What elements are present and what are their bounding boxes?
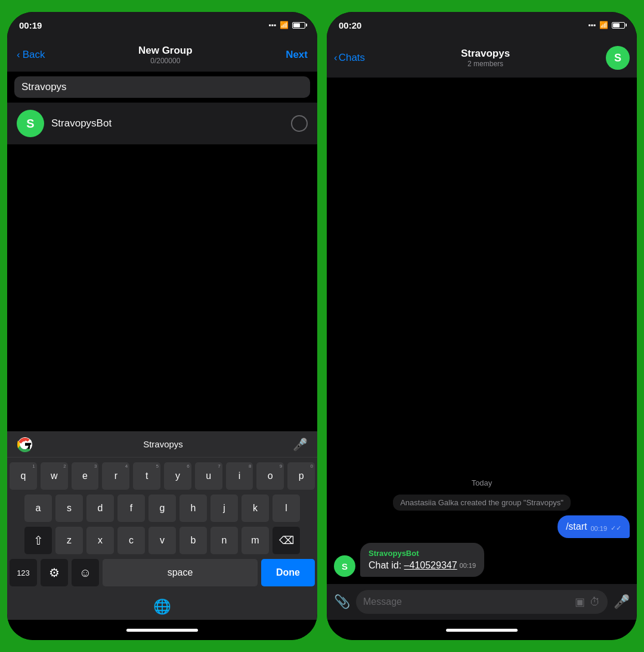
key-e[interactable]: 3e bbox=[72, 462, 99, 490]
key-o[interactable]: 9o bbox=[256, 462, 284, 490]
signal-icon-right: ▪▪▪ bbox=[588, 21, 596, 29]
nav-title-sub: 0/200000 bbox=[138, 57, 193, 65]
signal-icon: ▪▪▪ bbox=[268, 21, 276, 29]
key-q[interactable]: 1q bbox=[10, 462, 37, 490]
message-text-start: /start bbox=[566, 521, 587, 532]
keyboard-rows: 1q 2w 3e 4r 5t 6y 7u 8i 9o 0p a s d f g … bbox=[7, 458, 317, 594]
keyboard-globe-bar: 🌐 bbox=[7, 594, 317, 620]
gear-key[interactable]: ⚙ bbox=[41, 559, 68, 586]
google-icon bbox=[17, 436, 33, 453]
left-phone: 00:19 ▪▪▪ 📶 ‹ Back New Group 0/200000 Ne… bbox=[7, 12, 317, 640]
keyboard-suggestion-bar: Stravopys 🎤 bbox=[7, 431, 317, 458]
globe-icon[interactable]: 🌐 bbox=[153, 598, 171, 615]
key-row-4: 123 ⚙ ☺ space Done bbox=[10, 559, 315, 586]
num-key[interactable]: 123 bbox=[10, 559, 37, 586]
key-v[interactable]: v bbox=[148, 527, 176, 554]
contact-radio[interactable] bbox=[291, 115, 308, 132]
timer-icon[interactable]: ⏱ bbox=[590, 596, 600, 608]
input-action-icons: ▣ ⏱ bbox=[575, 595, 600, 608]
key-row-1: 1q 2w 3e 4r 5t 6y 7u 8i 9o 0p bbox=[10, 462, 315, 490]
contact-name: StravopysBot bbox=[51, 118, 284, 129]
chat-members: 2 members bbox=[370, 60, 601, 68]
nav-title-main: New Group bbox=[138, 45, 193, 57]
key-m[interactable]: m bbox=[242, 527, 269, 554]
key-u[interactable]: 7u bbox=[195, 462, 222, 490]
right-status-bar: 00:20 ▪▪▪ 📶 bbox=[327, 12, 637, 38]
chat-nav-bar: ‹ Chats Stravopys 2 members S bbox=[327, 38, 637, 78]
attach-button[interactable]: 📎 bbox=[334, 594, 350, 610]
message-bubble-right-start: /start 00:19 ✓✓ bbox=[558, 515, 630, 538]
key-b[interactable]: b bbox=[179, 527, 207, 554]
space-key[interactable]: space bbox=[103, 559, 258, 586]
chevron-left-icon: ‹ bbox=[17, 49, 20, 61]
key-p[interactable]: 0p bbox=[287, 462, 315, 490]
chat-title-group: Stravopys 2 members bbox=[370, 48, 601, 68]
key-d[interactable]: d bbox=[86, 495, 114, 522]
key-k[interactable]: k bbox=[242, 495, 269, 522]
chevron-left-chat-icon: ‹ bbox=[334, 52, 338, 64]
key-s[interactable]: s bbox=[55, 495, 83, 522]
contact-item[interactable]: S StravopysBot bbox=[7, 103, 317, 144]
key-y[interactable]: 6y bbox=[164, 462, 191, 490]
emoji-key[interactable]: ☺ bbox=[72, 559, 99, 586]
wifi-icon-right: 📶 bbox=[599, 21, 608, 29]
key-f[interactable]: f bbox=[117, 495, 145, 522]
key-a[interactable]: a bbox=[24, 495, 52, 522]
back-label: Back bbox=[23, 49, 45, 61]
home-indicator-right bbox=[446, 629, 518, 632]
delete-key[interactable]: ⌫ bbox=[273, 527, 300, 554]
right-status-icons: ▪▪▪ 📶 bbox=[588, 21, 625, 29]
message-placeholder: Message bbox=[363, 597, 575, 607]
key-r[interactable]: 4r bbox=[102, 462, 129, 490]
shift-key[interactable]: ⇧ bbox=[24, 527, 52, 554]
message-text-chatid: Chat id: –410529347 bbox=[369, 560, 457, 571]
suggestion-text[interactable]: Stravopys bbox=[33, 439, 293, 449]
right-phone: 00:20 ▪▪▪ 📶 ‹ Chats Stravopys 2 members … bbox=[327, 12, 637, 640]
message-input-field[interactable]: Message ▣ ⏱ bbox=[356, 590, 608, 614]
key-z[interactable]: z bbox=[55, 527, 83, 554]
key-n[interactable]: n bbox=[210, 527, 238, 554]
key-j[interactable]: j bbox=[210, 495, 238, 522]
key-row-2: a s d f g h j k l bbox=[10, 495, 315, 522]
date-label: Today bbox=[334, 478, 630, 487]
next-button[interactable]: Next bbox=[286, 49, 308, 61]
key-c[interactable]: c bbox=[117, 527, 145, 554]
left-status-bar: 00:19 ▪▪▪ 📶 bbox=[7, 12, 317, 38]
left-bottom-bar bbox=[7, 620, 317, 640]
bot-avatar: S bbox=[334, 555, 355, 577]
right-time: 00:20 bbox=[339, 20, 361, 30]
search-bar[interactable] bbox=[14, 76, 310, 98]
message-time-start: 00:19 bbox=[590, 525, 607, 532]
done-key[interactable]: Done bbox=[261, 559, 315, 586]
key-h[interactable]: h bbox=[179, 495, 207, 522]
message-time-chatid: 00:19 bbox=[460, 562, 476, 569]
sticker-icon[interactable]: ▣ bbox=[575, 595, 585, 608]
left-status-icons: ▪▪▪ 📶 bbox=[268, 21, 305, 29]
message-sender: StravopysBot bbox=[369, 549, 476, 558]
voice-mic-button[interactable]: 🎤 bbox=[614, 594, 630, 610]
new-group-nav: ‹ Back New Group 0/200000 Next bbox=[7, 38, 317, 72]
chats-back-button[interactable]: ‹ Chats bbox=[334, 52, 365, 64]
system-message: Anastasiia Galka created the group "Stra… bbox=[393, 495, 571, 511]
battery-icon bbox=[292, 22, 305, 29]
key-row-3: ⇧ z x c v b n m ⌫ bbox=[10, 527, 315, 554]
back-button[interactable]: ‹ Back bbox=[17, 49, 45, 61]
chat-id-value: –410529347 bbox=[404, 560, 457, 570]
key-l[interactable]: l bbox=[273, 495, 300, 522]
right-bottom-bar bbox=[327, 620, 637, 640]
message-bubble-left-chatid: StravopysBot Chat id: –410529347 00:19 bbox=[360, 543, 484, 577]
key-i[interactable]: 8i bbox=[226, 462, 253, 490]
system-message-text: Anastasiia Galka created the group "Stra… bbox=[400, 498, 564, 507]
wifi-icon: 📶 bbox=[280, 21, 289, 29]
read-checkmarks: ✓✓ bbox=[611, 524, 621, 532]
key-g[interactable]: g bbox=[148, 495, 176, 522]
left-time: 00:19 bbox=[19, 20, 42, 30]
mic-icon[interactable]: 🎤 bbox=[293, 437, 308, 452]
key-x[interactable]: x bbox=[86, 527, 114, 554]
keyboard: Stravopys 🎤 1q 2w 3e 4r 5t 6y 7u 8i 9o 0… bbox=[7, 431, 317, 594]
chat-group-avatar[interactable]: S bbox=[606, 46, 630, 70]
input-bar: 📎 Message ▣ ⏱ 🎤 bbox=[327, 584, 637, 620]
key-w[interactable]: 2w bbox=[41, 462, 68, 490]
key-t[interactable]: 5t bbox=[133, 462, 160, 490]
search-input[interactable] bbox=[21, 81, 303, 93]
